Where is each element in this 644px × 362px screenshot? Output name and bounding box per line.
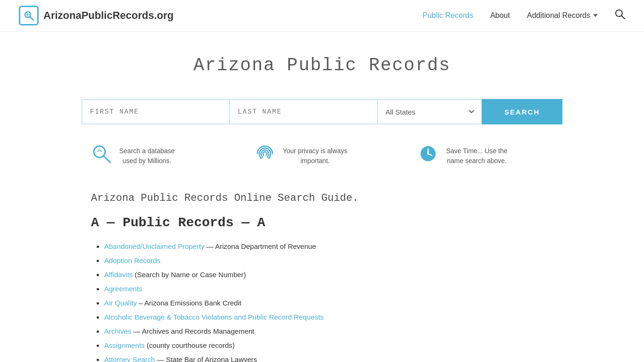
feature-time-text: Save Time... Use thename search above. (446, 146, 507, 166)
logo-icon (19, 6, 39, 25)
list-item: Affidavits (Search by Name or Case Numbe… (104, 268, 553, 282)
state-select[interactable]: All States Alabama Alaska Arizona Arkans… (378, 99, 482, 124)
svg-line-1 (30, 17, 33, 20)
archives-link[interactable]: Archives (104, 327, 132, 335)
attorney-search-link[interactable]: Attorney Search (104, 355, 155, 362)
page-title: Arizona Public Records (19, 55, 625, 75)
adoption-records-link[interactable]: Adoption Records (104, 256, 160, 264)
last-name-input[interactable] (229, 99, 378, 124)
affidavits-link[interactable]: Affidavits (104, 271, 133, 279)
list-item: Attorney Search — State Bar of Arizona L… (104, 353, 553, 362)
svg-line-5 (621, 16, 625, 19)
air-quality-link[interactable]: Air Quality (104, 299, 137, 307)
list-item: Agreements (104, 282, 553, 296)
feature-time: Save Time... Use thename search above. (418, 143, 553, 169)
list-item: Adoption Records (104, 254, 553, 268)
feature-search: Search a databaseused by Millions. (91, 143, 226, 169)
hero-section: Arizona Public Records (0, 32, 644, 90)
dropdown-arrow-icon (593, 14, 598, 17)
navbar: ArizonaPublicRecords.org Public Records … (0, 0, 644, 32)
fingerprint-icon (255, 143, 275, 169)
svg-line-7 (104, 156, 110, 163)
search-bar: All States Alabama Alaska Arizona Arkans… (63, 90, 581, 139)
content-section: Arizona Public Records Online Search Gui… (63, 188, 581, 362)
record-list: Abandoned/Unclaimed Property — Arizona D… (91, 239, 553, 362)
list-item: Alcoholic Beverage & Tobacco Violations … (104, 310, 553, 324)
nav-about[interactable]: About (490, 11, 510, 20)
nav-additional-records[interactable]: Additional Records (527, 11, 598, 20)
list-item: Air Quality – Arizona Emissions Bank Cre… (104, 296, 553, 310)
agreements-link[interactable]: Agreements (104, 285, 142, 293)
alcoholic-beverage-link[interactable]: Alcoholic Beverage & Tobacco Violations … (104, 313, 324, 321)
logo-text: ArizonaPublicRecords.org (43, 9, 173, 22)
nav-links: Public Records About Additional Records (422, 9, 625, 23)
search-button[interactable]: SEARCH (482, 99, 562, 124)
feature-privacy: Your privacy is alwaysimportant. (255, 143, 390, 169)
list-item: Assignments (county courthouse records) (104, 338, 553, 353)
logo-link[interactable]: ArizonaPublicRecords.org (19, 6, 173, 25)
clock-icon (418, 143, 438, 169)
nav-public-records[interactable]: Public Records (422, 11, 473, 20)
search-icon[interactable] (615, 9, 625, 23)
feature-privacy-text: Your privacy is alwaysimportant. (283, 146, 347, 166)
assignments-link[interactable]: Assignments (104, 341, 145, 349)
svg-point-11 (427, 153, 429, 155)
abandoned-property-link[interactable]: Abandoned/Unclaimed Property (104, 242, 205, 250)
first-name-input[interactable] (82, 99, 229, 124)
guide-title: Arizona Public Records Online Search Gui… (91, 192, 553, 204)
magnifier-icon (91, 143, 112, 169)
list-item: Abandoned/Unclaimed Property — Arizona D… (104, 239, 553, 254)
list-item: Archives — Archives and Records Manageme… (104, 324, 553, 338)
feature-search-text: Search a databaseused by Millions. (119, 146, 175, 166)
alpha-title: A — Public Records — A (91, 215, 553, 230)
features-row: Search a databaseused by Millions. Your … (63, 139, 581, 188)
